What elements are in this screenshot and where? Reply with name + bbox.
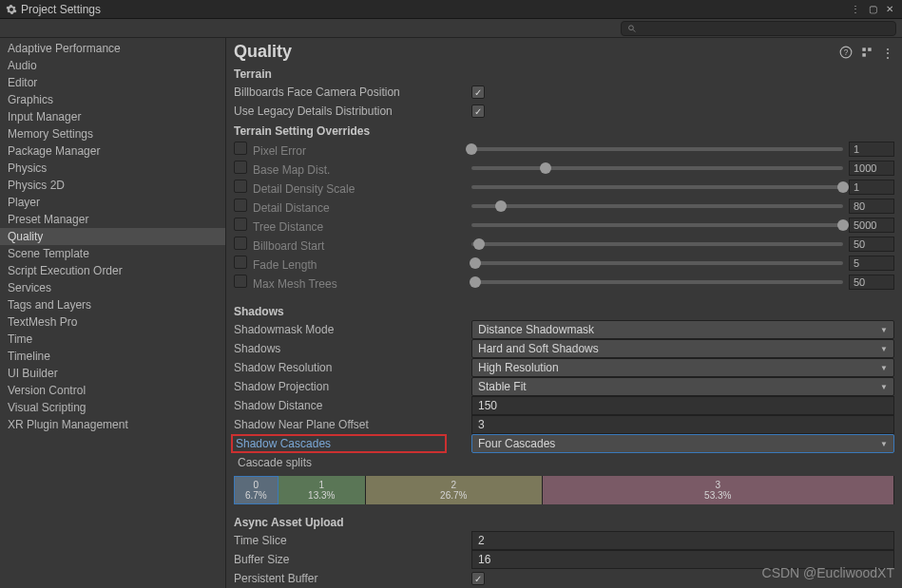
splits-label: Cascade splits	[234, 456, 471, 469]
casc-label: Shadow Cascades	[234, 434, 471, 453]
window-controls: ⋮ ▢ ✕	[849, 3, 896, 16]
gear-icon	[6, 4, 17, 15]
cascade-segment-3[interactable]: 353.3%	[543, 476, 894, 504]
time-field[interactable]: 2	[471, 531, 894, 550]
chevron-down-icon: ▼	[880, 345, 888, 353]
sidebar-item-script-execution-order[interactable]: Script Execution Order	[0, 262, 225, 279]
override-checkbox[interactable]	[234, 180, 247, 193]
sidebar-item-audio[interactable]: Audio	[0, 57, 225, 74]
async-heading: Async Asset Upload	[234, 512, 894, 531]
casc-dropdown[interactable]: Four Cascades▼	[471, 434, 894, 453]
override-checkbox[interactable]	[234, 218, 247, 231]
override-checkbox[interactable]	[234, 142, 247, 155]
close-icon[interactable]: ✕	[883, 3, 896, 16]
override-value[interactable]: 5000	[849, 218, 894, 233]
window-title: Project Settings	[21, 3, 101, 16]
proj-label: Shadow Projection	[234, 380, 471, 393]
override-slider[interactable]	[471, 242, 843, 246]
override-slider[interactable]	[471, 185, 843, 189]
override-value[interactable]: 1000	[849, 161, 894, 176]
shadows-dropdown[interactable]: Hard and Soft Shadows▼	[471, 339, 894, 358]
sidebar-item-services[interactable]: Services	[0, 279, 225, 296]
svg-point-0	[629, 25, 634, 29]
more-icon[interactable]: ⋮	[849, 3, 862, 16]
sidebar-item-physics-2d[interactable]: Physics 2D	[0, 177, 225, 194]
chevron-down-icon: ▼	[880, 440, 888, 448]
sidebar-item-visual-scripting[interactable]: Visual Scripting	[0, 399, 225, 416]
sidebar-item-textmesh-pro[interactable]: TextMesh Pro	[0, 313, 225, 331]
cascade-segment-2[interactable]: 226.7%	[366, 476, 543, 504]
chevron-down-icon: ▼	[880, 326, 888, 334]
billboards-checkbox[interactable]: ✓	[471, 85, 485, 99]
sidebar-item-package-manager[interactable]: Package Manager	[0, 142, 225, 160]
cascade-splits-bar[interactable]: 06.7%113.3%226.7%353.3%	[234, 476, 894, 504]
sidebar-item-quality[interactable]: Quality	[0, 228, 225, 245]
proj-dropdown[interactable]: Stable Fit▼	[471, 377, 894, 396]
chevron-down-icon: ▼	[880, 383, 888, 391]
sidebar-item-version-control[interactable]: Version Control	[0, 382, 225, 399]
watermark: CSDN @EucliwoodXT	[762, 565, 894, 580]
persist-label: Persistent Buffer	[234, 572, 471, 585]
cascade-segment-0[interactable]: 06.7%	[234, 476, 278, 504]
override-slider[interactable]	[471, 223, 843, 227]
chevron-down-icon: ▼	[880, 364, 888, 372]
override-slider[interactable]	[471, 166, 843, 170]
override-slider[interactable]	[471, 261, 843, 265]
override-checkbox[interactable]	[234, 199, 247, 212]
sidebar-item-xr-plugin-management[interactable]: XR Plugin Management	[0, 416, 225, 433]
override-label: Fade Length	[234, 256, 471, 272]
sidebar-item-player[interactable]: Player	[0, 194, 225, 211]
sidebar-item-physics[interactable]: Physics	[0, 160, 225, 177]
override-value[interactable]: 1	[849, 142, 894, 157]
override-slider[interactable]	[471, 204, 843, 208]
sidebar: Adaptive PerformanceAudioEditorGraphicsI…	[0, 38, 226, 588]
search-icon	[627, 24, 637, 33]
sidebar-item-input-manager[interactable]: Input Manager	[0, 108, 225, 125]
page-title: Quality	[234, 42, 839, 62]
sidebar-item-ui-builder[interactable]: UI Builder	[0, 365, 225, 382]
persist-checkbox[interactable]: ✓	[471, 572, 485, 585]
override-label: Billboard Start	[234, 237, 471, 253]
sidebar-item-graphics[interactable]: Graphics	[0, 91, 225, 108]
res-dropdown[interactable]: High Resolution▼	[471, 358, 894, 377]
near-field[interactable]: 3	[471, 415, 894, 434]
maximize-icon[interactable]: ▢	[866, 3, 879, 16]
preset-icon[interactable]	[860, 46, 873, 59]
override-value[interactable]: 50	[849, 237, 894, 252]
overrides-heading: Terrain Setting Overrides	[234, 121, 894, 140]
sidebar-item-scene-template[interactable]: Scene Template	[0, 245, 225, 262]
override-checkbox[interactable]	[234, 275, 247, 288]
content-pane: Quality ? ⋮ Terrain Billboards Face Came…	[226, 38, 902, 588]
sidebar-item-tags-and-layers[interactable]: Tags and Layers	[0, 296, 225, 313]
cascade-segment-1[interactable]: 113.3%	[278, 476, 366, 504]
search-input[interactable]	[621, 21, 896, 36]
help-icon[interactable]: ?	[839, 46, 853, 59]
sidebar-item-adaptive-performance[interactable]: Adaptive Performance	[0, 40, 225, 57]
override-value[interactable]: 5	[849, 256, 894, 271]
sidebar-item-memory-settings[interactable]: Memory Settings	[0, 125, 225, 142]
legacy-label: Use Legacy Details Distribution	[234, 104, 471, 118]
override-value[interactable]: 50	[849, 275, 894, 290]
override-checkbox[interactable]	[234, 161, 247, 174]
override-label: Pixel Error	[234, 142, 471, 158]
override-label: Max Mesh Trees	[234, 275, 471, 291]
menu-icon[interactable]: ⋮	[881, 46, 894, 59]
override-label: Base Map Dist.	[234, 161, 471, 177]
search-field[interactable]	[641, 23, 890, 34]
override-value[interactable]: 80	[849, 199, 894, 214]
override-slider[interactable]	[471, 147, 843, 151]
dist-label: Shadow Distance	[234, 399, 471, 412]
sidebar-item-time[interactable]: Time	[0, 331, 225, 348]
sidebar-item-timeline[interactable]: Timeline	[0, 348, 225, 365]
dist-field[interactable]: 150	[471, 396, 894, 415]
override-checkbox[interactable]	[234, 237, 247, 250]
legacy-checkbox[interactable]: ✓	[471, 104, 485, 118]
override-checkbox[interactable]	[234, 256, 247, 269]
override-slider[interactable]	[471, 280, 843, 284]
sidebar-item-preset-manager[interactable]: Preset Manager	[0, 211, 225, 228]
mask-dropdown[interactable]: Distance Shadowmask▼	[471, 320, 894, 339]
sidebar-item-editor[interactable]: Editor	[0, 74, 225, 91]
buf-label: Buffer Size	[234, 553, 471, 566]
override-value[interactable]: 1	[849, 180, 894, 195]
mask-label: Shadowmask Mode	[234, 323, 471, 336]
